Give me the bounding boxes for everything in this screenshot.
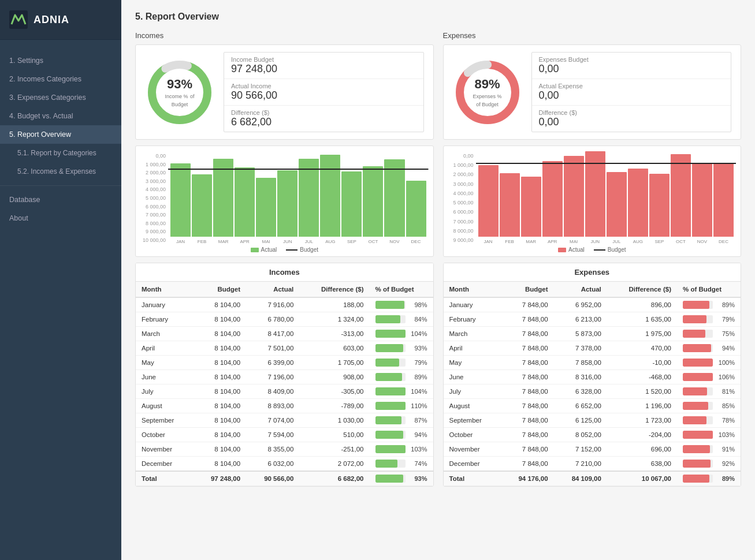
expenses-diff-label: Difference ($) <box>539 109 724 116</box>
expenses-diff-value: 0,00 <box>539 116 724 128</box>
cell-diff: 1 520,00 <box>607 384 677 399</box>
bar-month-label: FEB <box>198 239 207 244</box>
cell-pct: 85% <box>677 399 741 413</box>
cell-diff: 2 072,00 <box>299 457 369 472</box>
sidebar-item-budget-vs-actual[interactable]: 4. Budget vs. Actual <box>0 107 121 125</box>
budget-label: Budget <box>300 247 318 253</box>
bar <box>649 174 670 237</box>
yaxis-tick: 5 000,00 <box>448 200 474 206</box>
sidebar-nav: 1. Settings2. Incomes Categories3. Expen… <box>0 40 121 560</box>
cell-budget: 8 104,00 <box>193 428 246 442</box>
th-pct-income: % of Budget <box>370 282 433 298</box>
total-month: Total <box>136 471 193 486</box>
bar-group: JAN <box>170 163 191 244</box>
bar-month-label: AUG <box>325 239 335 244</box>
bar <box>384 159 404 237</box>
yaxis-tick: 0,00 <box>448 153 474 159</box>
bar <box>299 159 319 237</box>
cell-budget: 8 104,00 <box>193 442 246 457</box>
sidebar-item-report-overview[interactable]: 5. Report Overview <box>0 125 121 144</box>
bar-group: FEB <box>500 173 520 244</box>
incomes-section-title: Incomes <box>135 31 434 40</box>
bar-month-label: JAN <box>176 239 185 244</box>
bar-month-label: JAN <box>484 239 492 244</box>
yaxis-tick: 8 000,00 <box>140 221 166 226</box>
income-diff-label: Difference ($) <box>231 109 416 116</box>
bar-group: NOV <box>692 163 712 244</box>
bar <box>564 156 584 237</box>
bar <box>521 177 541 237</box>
cell-budget: 7 848,00 <box>500 312 553 327</box>
table-row: May 8 104,00 6 399,00 1 705,00 79% <box>136 356 433 370</box>
table-row: December 7 848,00 7 210,00 638,00 92% <box>444 457 741 472</box>
logo-icon <box>9 10 28 29</box>
bar-month-label: NOV <box>389 239 399 244</box>
cell-month: September <box>136 413 193 428</box>
bar <box>713 163 734 237</box>
incomes-pct: 93% <box>162 77 197 92</box>
sidebar-item-database[interactable]: Database <box>0 191 121 209</box>
cell-pct: 94% <box>370 428 433 442</box>
income-diff-stat: Difference ($) 6 682,00 <box>224 106 423 132</box>
th-budget-exp: Budget <box>500 282 553 298</box>
cell-pct: 106% <box>677 370 741 384</box>
cell-actual: 8 052,00 <box>554 428 607 442</box>
cell-pct: 94% <box>677 341 741 356</box>
bar <box>235 167 255 237</box>
bar-group: OCT <box>363 166 383 244</box>
expenses-table-title: Expenses <box>444 263 741 282</box>
exp-budget-label: Budget <box>608 247 626 253</box>
expenses-chart-card: 9 000,008 000,007 000,006 000,005 000,00… <box>443 145 742 257</box>
expenses-chart-legend: Actual Budget <box>448 244 737 253</box>
cell-month: August <box>136 399 193 413</box>
table-row: June 7 848,00 8 316,00 -468,00 106% <box>444 370 741 384</box>
th-actual-income: Actual <box>246 282 299 298</box>
bar-month-label: OCT <box>676 239 686 244</box>
cell-month: August <box>444 399 501 413</box>
cell-diff: 603,00 <box>299 341 369 356</box>
total-pct: 89% <box>677 471 741 486</box>
cell-pct: 103% <box>370 442 433 457</box>
sidebar-item-settings[interactable]: 1. Settings <box>0 51 121 70</box>
sidebar-item-report-by-cat[interactable]: 5.1. Report by Categories <box>0 144 121 162</box>
table-row: March 8 104,00 8 417,00 -313,00 104% <box>136 327 433 341</box>
cell-diff: 908,00 <box>299 370 369 384</box>
cell-budget: 7 848,00 <box>500 370 553 384</box>
bar <box>256 178 276 237</box>
bar-month-label: MAI <box>262 239 270 244</box>
cell-actual: 7 152,00 <box>554 442 607 457</box>
cell-month: November <box>444 442 501 457</box>
two-col-layout: Incomes 93% Income % of Budget <box>135 31 741 487</box>
sidebar-item-incomes-expenses[interactable]: 5.2. Incomes & Expenses <box>0 162 121 181</box>
cell-month: December <box>136 457 193 472</box>
actual-expenses-value: 0,00 <box>539 89 724 102</box>
sidebar-item-incomes-cat[interactable]: 2. Incomes Categories <box>0 70 121 88</box>
total-pct: 93% <box>370 471 433 486</box>
expenses-diff-stat: Difference ($) 0,00 <box>532 106 731 132</box>
table-row: September 7 848,00 6 125,00 1 723,00 78% <box>444 413 741 428</box>
cell-pct: 89% <box>677 297 741 312</box>
cell-budget: 7 848,00 <box>500 327 553 341</box>
bar <box>341 171 362 237</box>
incomes-table-header: Month Budget Actual Difference ($) % of … <box>136 282 433 298</box>
cell-budget: 8 104,00 <box>193 399 246 413</box>
sidebar-item-about[interactable]: About <box>0 209 121 227</box>
cell-pct: 87% <box>370 413 433 428</box>
bar-group: MAR <box>521 176 541 244</box>
th-diff-income: Difference ($) <box>299 282 369 298</box>
bar-group: MAR <box>213 158 233 244</box>
expenses-section-title: Expenses <box>443 31 742 40</box>
income-budget-stat: Income Budget 97 248,00 <box>224 53 423 79</box>
bar-group: OCT <box>671 154 691 244</box>
bar-month-label: JUL <box>612 239 620 244</box>
expenses-chart-wrapper: 9 000,008 000,007 000,006 000,005 000,00… <box>448 152 737 244</box>
cell-budget: 8 104,00 <box>193 327 246 341</box>
sidebar-item-expenses-cat[interactable]: 3. Expenses Categories <box>0 88 121 107</box>
cell-actual: 7 196,00 <box>246 370 299 384</box>
yaxis-tick: 2 000,00 <box>448 171 474 177</box>
cell-actual: 7 594,00 <box>246 428 299 442</box>
bar <box>671 154 691 237</box>
cell-diff: -305,00 <box>299 384 369 399</box>
actual-swatch <box>251 248 259 252</box>
cell-actual: 7 378,00 <box>554 341 607 356</box>
